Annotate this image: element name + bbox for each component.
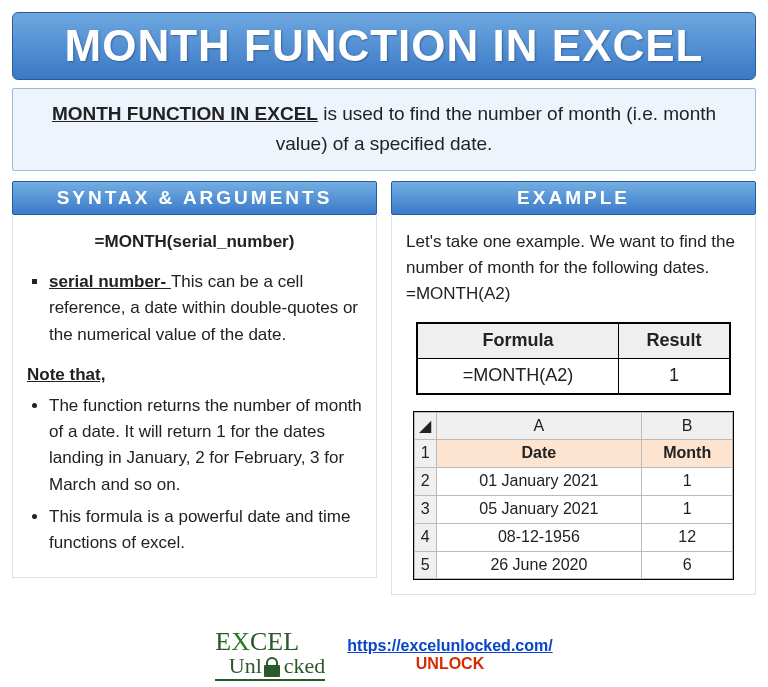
row-2: 2 <box>414 468 436 496</box>
cell-B2: 1 <box>642 468 733 496</box>
logo-nl: nl <box>245 656 262 676</box>
row-1: 1 <box>414 440 436 468</box>
description-text: is used to find the number of month (i.e… <box>276 103 716 154</box>
logo-cel: CEL <box>250 627 299 656</box>
example-header: EXAMPLE <box>391 181 756 215</box>
t1-cell-formula: =MONTH(A2) <box>417 358 619 393</box>
cell-A4: 08-12-1956 <box>436 523 641 551</box>
note-item-1: The function returns the number of month… <box>49 393 362 498</box>
example-body: Let's take one example. We want to find … <box>391 215 756 596</box>
header-date: Date <box>436 440 641 468</box>
cell-B3: 1 <box>642 495 733 523</box>
logo-x: X <box>231 627 250 656</box>
t1-cell-result: 1 <box>619 358 730 393</box>
footer-unlock: UNLOCK <box>347 655 552 673</box>
syntax-formula: =MONTH(serial_number) <box>27 229 362 255</box>
syntax-body: =MONTH(serial_number) serial number- Thi… <box>12 215 377 578</box>
cell-A5: 26 June 2020 <box>436 551 641 579</box>
lock-icon <box>262 653 284 679</box>
sheet-corner: ◢ <box>414 412 436 440</box>
col-A: A <box>436 412 641 440</box>
cell-A2: 01 January 2021 <box>436 468 641 496</box>
logo: EXCEL EUnlcked <box>215 630 325 681</box>
page-title: MONTH FUNCTION IN EXCEL <box>65 21 704 70</box>
header-month: Month <box>642 440 733 468</box>
logo-e: E <box>215 627 231 656</box>
description-banner: MONTH FUNCTION IN EXCEL is used to find … <box>12 88 756 171</box>
cell-B5: 6 <box>642 551 733 579</box>
cell-A3: 05 January 2021 <box>436 495 641 523</box>
example-intro: Let's take one example. We want to find … <box>406 229 741 282</box>
page-title-banner: MONTH FUNCTION IN EXCEL <box>12 12 756 80</box>
example-formula-line: =MONTH(A2) <box>406 281 741 307</box>
syntax-arg-item: serial number- This can be a cell refere… <box>49 269 362 348</box>
syntax-panel: SYNTAX & ARGUMENTS =MONTH(serial_number)… <box>12 181 377 596</box>
spreadsheet-table-wrap: ◢ A B 1 Date Month 2 01 January 2021 1 <box>413 411 735 581</box>
formula-result-table: Formula Result =MONTH(A2) 1 <box>416 322 731 395</box>
footer-link[interactable]: https://excelunlocked.com/ <box>347 637 552 655</box>
logo-cked: cked <box>284 656 326 676</box>
col-B: B <box>642 412 733 440</box>
row-5: 5 <box>414 551 436 579</box>
arg-label: serial number- <box>49 272 171 291</box>
note-item-2: This formula is a powerful date and time… <box>49 504 362 557</box>
description-bold: MONTH FUNCTION IN EXCEL <box>52 103 318 124</box>
t1-header-result: Result <box>619 323 730 358</box>
cell-B4: 12 <box>642 523 733 551</box>
spreadsheet-table: ◢ A B 1 Date Month 2 01 January 2021 1 <box>414 412 734 580</box>
note-list: The function returns the number of month… <box>27 393 362 557</box>
syntax-arg-list: serial number- This can be a cell refere… <box>27 269 362 348</box>
footer-right: https://excelunlocked.com/ UNLOCK <box>347 637 552 673</box>
note-label: Note that, <box>27 362 362 388</box>
t1-header-formula: Formula <box>417 323 619 358</box>
syntax-header: SYNTAX & ARGUMENTS <box>12 181 377 215</box>
footer: EXCEL EUnlcked https://excelunlocked.com… <box>0 630 768 681</box>
example-panel: EXAMPLE Let's take one example. We want … <box>391 181 756 596</box>
row-4: 4 <box>414 523 436 551</box>
row-3: 3 <box>414 495 436 523</box>
